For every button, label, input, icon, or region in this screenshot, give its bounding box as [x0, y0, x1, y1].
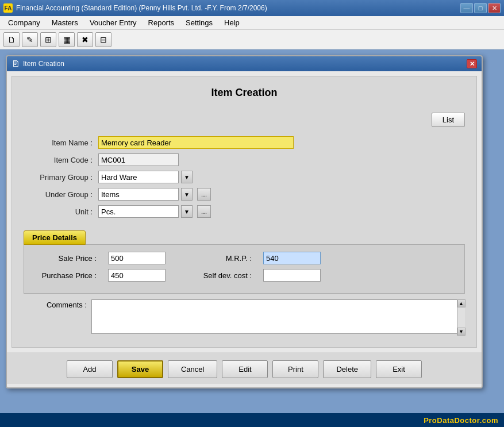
comments-wrapper: ▲ ▼: [91, 299, 465, 336]
dialog-title-bar: 🖹 Item Creation ✕: [7, 56, 482, 71]
menu-settings[interactable]: Settings: [180, 17, 218, 28]
price-details-box: Sale Price : Purchase Price : M.R.P. :: [24, 244, 465, 294]
comments-section: Comments : ▲ ▼: [24, 299, 465, 336]
scroll-up-arrow[interactable]: ▲: [457, 299, 465, 307]
dialog-title-label: Item Creation: [23, 60, 64, 68]
title-bar: FA Financial Accounting (Standard Editio…: [0, 0, 504, 16]
comments-textarea[interactable]: [91, 299, 465, 334]
sale-price-row: Sale Price :: [33, 252, 166, 264]
item-code-row: Item Code :: [24, 153, 465, 166]
dialog-close-button[interactable]: ✕: [467, 59, 477, 68]
maximize-button[interactable]: □: [474, 3, 487, 13]
price-details-tab[interactable]: Price Details: [24, 230, 86, 245]
menu-company[interactable]: Company: [2, 17, 46, 28]
main-area: 🖹 Item Creation ✕ Item Creation List Ite…: [0, 49, 504, 413]
item-code-label: Item Code :: [24, 156, 98, 164]
add-button[interactable]: Add: [67, 360, 113, 378]
brand-prefix: Pro: [424, 416, 437, 425]
title-bar-text: Financial Accounting (Standard Edition) …: [16, 4, 267, 12]
self-dev-cost-row: Self dev. cost :: [188, 269, 321, 282]
item-name-label: Item Name :: [24, 139, 98, 147]
toolbar-table-button[interactable]: ▦: [59, 32, 75, 47]
under-group-arrow[interactable]: ▼: [181, 188, 193, 201]
self-dev-cost-input[interactable]: [263, 269, 321, 282]
toolbar: 🗋 ✎ ⊞ ▦ ✖ ⊟: [0, 30, 504, 49]
primary-group-select[interactable]: Hard Ware: [98, 171, 179, 183]
menu-voucher-entry[interactable]: Voucher Entry: [84, 17, 143, 28]
menu-reports[interactable]: Reports: [143, 17, 180, 28]
comments-label: Comments :: [24, 299, 87, 309]
unit-arrow[interactable]: ▼: [181, 205, 193, 218]
app-icon: FA: [3, 3, 13, 13]
list-button[interactable]: List: [432, 113, 465, 127]
title-bar-left: FA Financial Accounting (Standard Editio…: [3, 3, 267, 13]
unit-browse-button[interactable]: …: [197, 205, 211, 218]
print-button[interactable]: Print: [272, 360, 318, 378]
exit-button[interactable]: Exit: [376, 360, 422, 378]
primary-group-arrow[interactable]: ▼: [181, 171, 193, 183]
menu-bar: Company Masters Voucher Entry Reports Se…: [0, 16, 504, 30]
cancel-button[interactable]: Cancel: [168, 360, 217, 378]
list-btn-row: List: [24, 113, 465, 127]
unit-wrapper: Pcs. ▼ …: [98, 205, 211, 218]
brand-suffix: .com: [480, 416, 498, 425]
unit-label: Unit :: [24, 207, 98, 216]
dialog-item-creation: 🖹 Item Creation ✕ Item Creation List Ite…: [6, 55, 483, 388]
form-title: Item Creation: [24, 82, 465, 103]
toolbar-delete-button[interactable]: ✖: [77, 32, 93, 47]
under-group-select[interactable]: Items: [98, 188, 179, 201]
under-group-browse-button[interactable]: …: [197, 188, 211, 201]
toolbar-new-button[interactable]: 🗋: [3, 32, 20, 47]
edit-button[interactable]: Edit: [222, 360, 268, 378]
primary-group-label: Primary Group :: [24, 173, 98, 182]
price-left-col: Sale Price : Purchase Price :: [33, 252, 166, 286]
dialog-icon: 🖹: [11, 59, 20, 68]
unit-row: Unit : Pcs. ▼ …: [24, 205, 465, 218]
dialog-title-text: 🖹 Item Creation: [11, 59, 64, 68]
menu-masters[interactable]: Masters: [46, 17, 84, 28]
under-group-wrapper: Items ▼ …: [98, 188, 211, 201]
sale-price-label: Sale Price :: [33, 254, 97, 263]
brand-highlight: DataDoctor: [437, 416, 479, 425]
save-button[interactable]: Save: [117, 360, 163, 378]
purchase-price-input[interactable]: [108, 269, 166, 282]
title-bar-buttons: — □ ✕: [460, 3, 501, 13]
toolbar-edit-button[interactable]: ✎: [22, 32, 38, 47]
form-section: Item Name : Item Code : Primary Group : …: [24, 136, 465, 218]
dialog-content: Item Creation List Item Name : Item Code…: [11, 76, 477, 348]
sale-price-input[interactable]: [108, 252, 166, 264]
purchase-price-row: Purchase Price :: [33, 269, 166, 282]
status-bar: ProDataDoctor.com: [0, 413, 504, 427]
item-name-input[interactable]: [98, 136, 294, 149]
menu-help[interactable]: Help: [218, 17, 245, 28]
toolbar-print-button[interactable]: ⊟: [95, 32, 111, 47]
unit-select[interactable]: Pcs.: [98, 205, 179, 218]
comments-scrollbar[interactable]: ▲ ▼: [457, 299, 465, 336]
primary-group-wrapper: Hard Ware ▼: [98, 171, 193, 183]
scroll-down-arrow[interactable]: ▼: [457, 328, 465, 336]
delete-button[interactable]: Delete: [323, 360, 371, 378]
self-dev-cost-label: Self dev. cost :: [188, 271, 252, 280]
mrp-label: M.R.P. :: [188, 254, 252, 263]
price-right-col: M.R.P. : Self dev. cost :: [188, 252, 321, 286]
purchase-price-label: Purchase Price :: [33, 271, 97, 280]
toolbar-grid-button[interactable]: ⊞: [40, 32, 56, 47]
item-name-row: Item Name :: [24, 136, 465, 149]
mrp-input[interactable]: [263, 252, 321, 264]
primary-group-row: Primary Group : Hard Ware ▼: [24, 171, 465, 183]
status-brand: ProDataDoctor.com: [424, 416, 498, 425]
mrp-row: M.R.P. :: [188, 252, 321, 264]
minimize-button[interactable]: —: [460, 3, 473, 13]
item-code-input[interactable]: [98, 153, 179, 166]
close-button[interactable]: ✕: [488, 3, 501, 13]
bottom-buttons: Add Save Cancel Edit Print Delete Exit: [7, 352, 482, 384]
under-group-row: Under Group : Items ▼ …: [24, 188, 465, 201]
under-group-label: Under Group :: [24, 190, 98, 199]
